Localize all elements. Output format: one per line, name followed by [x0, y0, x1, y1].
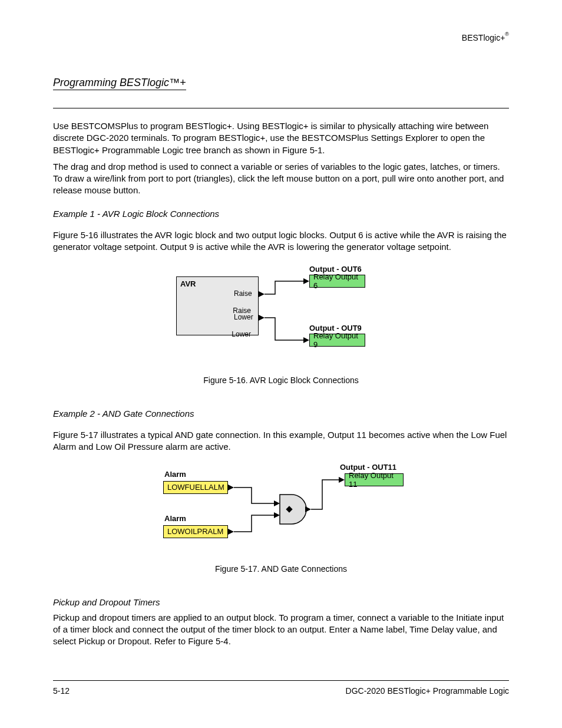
out11-text: Relay Output 11 — [349, 471, 399, 489]
avr-lower-text: Lower — [234, 313, 253, 321]
example-2-title: Example 2 - AND Gate Connections — [53, 409, 509, 419]
svg-marker-9 — [305, 506, 311, 512]
footer-rule — [53, 680, 509, 681]
svg-marker-4 — [228, 485, 234, 490]
intro-paragraph-1: Use BESTCOMSPlus to program BESTlogic+. … — [53, 120, 509, 156]
alarm2-text: LOWOILPRALM — [167, 527, 223, 536]
avr-raise-text: Raise — [234, 289, 252, 298]
footer-page-number: 5-12 — [53, 686, 70, 696]
svg-marker-6 — [274, 500, 280, 506]
alarm1-label: Alarm — [164, 470, 186, 479]
figure-2-diagram: Alarm LOWFUELLALM Alarm LOWOILPRALM Outp… — [163, 459, 399, 559]
page-container: BESTlogic+® Programming BESTlogic™+ Use … — [0, 0, 562, 728]
svg-marker-2 — [303, 278, 309, 284]
figure-1-caption: Figure 5-16. AVR Logic Block Connections — [53, 375, 509, 385]
alarm2-block: LOWOILPRALM — [163, 525, 228, 538]
section-rule — [53, 108, 509, 108]
out9-block: Relay Output 9 — [309, 334, 365, 347]
svg-marker-7 — [274, 512, 280, 518]
alarm2-label: Alarm — [164, 514, 186, 523]
pickup-paragraph: Pickup and dropout timers are applied to… — [53, 612, 509, 648]
svg-marker-5 — [228, 529, 234, 535]
out6-block: Relay Output 6 — [309, 275, 365, 288]
intro-paragraph-2: The drag and drop method is used to conn… — [53, 161, 509, 197]
pickup-subheading: Pickup and Dropout Timers — [53, 597, 509, 607]
alarm1-text: LOWFUELLALM — [167, 483, 224, 492]
out11-label: Output - OUT11 — [340, 463, 396, 472]
out9-text: Relay Output 9 — [313, 331, 361, 349]
alarm1-block: LOWFUELLALM — [163, 481, 228, 494]
out11-block: Relay Output 11 — [345, 473, 404, 486]
figure-2-caption: Figure 5-17. AND Gate Connections — [53, 564, 509, 574]
avr-port-lower-label: Lower — [232, 330, 251, 338]
svg-marker-3 — [303, 337, 309, 343]
avr-block-label: AVR — [180, 279, 196, 288]
out6-text: Relay Output 6 — [313, 272, 361, 290]
example-1-text: Figure 5-16 illustrates the AVR logic bl… — [53, 229, 509, 253]
example-1-title: Example 1 - AVR Logic Block Connections — [53, 209, 509, 219]
svg-marker-1 — [259, 315, 265, 321]
section-heading: Programming BESTlogic™+ — [53, 77, 186, 90]
registered-mark: ® — [505, 31, 509, 37]
footer-right-text: DGC-2020 BESTlogic+ Programmable Logic — [346, 686, 509, 696]
example-2-text: Figure 5-17 illustrates a typical AND ga… — [53, 429, 509, 453]
header-logic-label: BESTlogic+® — [462, 32, 509, 42]
svg-marker-0 — [259, 291, 265, 297]
header-logic-text: BESTlogic+ — [462, 33, 505, 42]
avr-block: AVR Raise Lower — [176, 276, 259, 335]
figure-1-diagram: AVR Raise Lower Raise Lower Output - OUT… — [175, 259, 387, 371]
svg-marker-10 — [339, 477, 345, 483]
